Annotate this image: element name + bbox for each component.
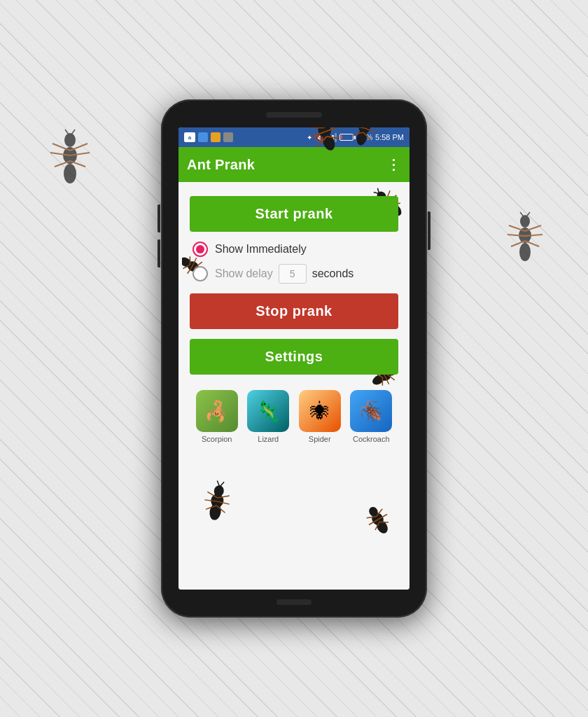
status-bar: a ✦ 🔇	[178, 127, 410, 147]
screen-ant-4	[357, 492, 399, 548]
phone-device: a ✦ 🔇	[161, 99, 427, 618]
svg-line-68	[218, 494, 230, 500]
start-prank-button[interactable]: Start prank	[190, 196, 398, 232]
app-icon-a: a	[184, 132, 195, 142]
svg-point-13	[519, 243, 531, 261]
power-button[interactable]	[428, 211, 430, 250]
svg-line-81	[379, 518, 388, 527]
svg-line-78	[372, 522, 382, 530]
signal-bars	[326, 133, 337, 142]
bluetooth-icon: ✦	[307, 134, 312, 141]
show-immediately-radio[interactable]	[192, 242, 208, 257]
signal-bar-4	[335, 133, 337, 142]
signal-bar-1	[326, 139, 328, 142]
battery-tip	[354, 136, 356, 139]
screen-ant-3	[192, 471, 241, 534]
svg-point-0	[64, 133, 76, 147]
app-icon-scorpion: 🦂	[196, 390, 238, 432]
delay-value-input[interactable]	[279, 264, 307, 284]
notification-icon-1	[198, 132, 208, 142]
show-delay-radio[interactable]	[192, 266, 208, 281]
show-delay-option[interactable]: Show delay seconds	[192, 264, 398, 284]
radio-selected-dot	[196, 245, 204, 253]
app-item-cockroach[interactable]: 🪳 Cockroach	[347, 390, 395, 443]
battery-percent: 14%	[358, 134, 372, 141]
svg-line-67	[206, 503, 216, 510]
spider-emoji: 🕷	[310, 400, 330, 423]
svg-line-72	[220, 481, 224, 487]
volume-down-button[interactable]	[158, 239, 160, 267]
svg-line-77	[369, 520, 378, 525]
notification-icon-3	[223, 132, 233, 142]
seconds-label: seconds	[312, 267, 354, 280]
svg-point-73	[368, 506, 379, 518]
app-name-scorpion: Scorpion	[202, 435, 232, 443]
app-name-cockroach: Cockroach	[353, 435, 390, 443]
scorpion-emoji: 🦂	[204, 400, 229, 423]
app-item-lizard[interactable]: 🦎 Lizard	[244, 390, 292, 443]
battery-fill	[341, 135, 342, 139]
svg-point-11	[520, 215, 530, 228]
svg-line-79	[374, 509, 384, 517]
svg-point-64	[209, 503, 223, 521]
notification-icon-2	[211, 132, 220, 142]
signal-bar-2	[329, 137, 331, 142]
signal-bar-3	[332, 135, 334, 142]
app-title: Ant Prank	[187, 157, 255, 173]
cockroach-emoji: 🪳	[359, 400, 384, 423]
app-icon-lizard: 🦎	[247, 390, 289, 432]
svg-line-69	[217, 501, 230, 504]
svg-line-66	[204, 499, 217, 502]
show-immediately-label: Show Immediately	[215, 243, 307, 256]
svg-line-80	[378, 515, 387, 520]
delay-row: Show delay seconds	[215, 264, 354, 284]
related-apps-section: 🦂 Scorpion 🦎 Lizard 🕷	[190, 384, 398, 449]
stop-prank-button[interactable]: Stop prank	[190, 293, 398, 329]
settings-button[interactable]: Settings	[190, 339, 398, 375]
status-bar-left: a	[184, 132, 233, 142]
battery-body	[340, 134, 354, 141]
overflow-menu-button[interactable]: ⋮	[386, 156, 401, 173]
svg-point-74	[370, 510, 386, 527]
svg-line-71	[216, 481, 220, 487]
app-icon-cockroach: 🪳	[350, 390, 392, 432]
svg-point-62	[213, 485, 225, 497]
battery-indicator	[340, 134, 356, 141]
app-name-lizard: Lizard	[258, 435, 279, 443]
svg-line-76	[367, 513, 377, 521]
app-item-spider[interactable]: 🕷 Spider	[296, 390, 344, 443]
app-item-scorpion[interactable]: 🦂 Scorpion	[193, 390, 241, 443]
svg-line-65	[206, 492, 218, 498]
outside-ant-right	[500, 210, 550, 280]
app-name-spider: Spider	[309, 435, 331, 443]
screen-content: Start prank Show Immediately S	[178, 182, 410, 590]
main-content-area: Start prank Show Immediately S	[178, 182, 410, 456]
svg-point-75	[374, 518, 390, 535]
lizard-emoji: 🦎	[256, 400, 281, 423]
svg-point-2	[64, 164, 76, 183]
svg-line-70	[216, 506, 226, 513]
show-immediately-option[interactable]: Show Immediately	[192, 242, 398, 257]
status-bar-right: ✦ 🔇 14% 5:58 PM	[307, 133, 404, 142]
app-bar: Ant Prank	[178, 147, 410, 182]
radio-group: Show Immediately Show delay seconds	[190, 242, 398, 284]
svg-point-63	[210, 493, 225, 509]
clock: 5:58 PM	[375, 133, 404, 141]
mute-icon: 🔇	[315, 134, 323, 141]
phone-screen: a ✦ 🔇	[178, 127, 410, 590]
app-icon-spider: 🕷	[299, 390, 341, 432]
show-delay-label: Show delay	[215, 267, 273, 280]
page-background: a ✦ 🔇	[0, 0, 588, 717]
volume-up-button[interactable]	[158, 204, 160, 232]
outside-ant-left	[42, 126, 98, 210]
